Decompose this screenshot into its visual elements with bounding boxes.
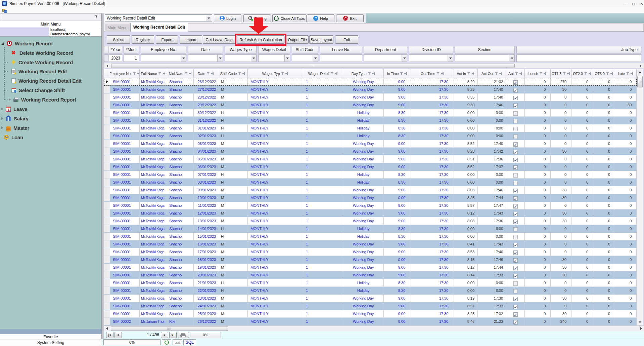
sidebar-item-working-record[interactable]: Working Record <box>1 40 53 47</box>
row-selector[interactable] <box>104 264 110 271</box>
row-selector[interactable] <box>104 179 110 186</box>
filter-funnel-icon[interactable] <box>206 72 210 75</box>
row-selector[interactable] <box>104 279 110 287</box>
filter-funnel-icon[interactable] <box>467 72 470 75</box>
chevron-down-icon[interactable] <box>181 55 186 62</box>
row-selector[interactable] <box>104 155 110 163</box>
tab-working-record-detail-edit[interactable]: Working Record Detail Edit <box>130 23 188 32</box>
row-selector[interactable] <box>104 101 110 109</box>
pin-icon[interactable] <box>589 72 592 75</box>
aut-checkbox[interactable] <box>513 251 518 255</box>
row-selector[interactable] <box>104 132 110 140</box>
aut-checkbox[interactable] <box>513 96 518 100</box>
sidebar-item-leave[interactable]: Leave <box>1 105 28 113</box>
action-button-register[interactable]: Register <box>132 35 154 44</box>
toolbar-button-help[interactable]: Help <box>307 14 334 22</box>
sidebar-item-favorite[interactable]: Favorite <box>0 334 101 340</box>
row-selector[interactable] <box>104 140 110 148</box>
filter-funnel-icon[interactable] <box>539 72 542 75</box>
aut-checkbox[interactable] <box>513 281 518 286</box>
grid-column-header-ot3.0[interactable]: OT3.0 <box>593 69 615 78</box>
table-row[interactable]: SIM-00001Mr.Toshiki KogaShacho26/12/2022… <box>104 78 637 86</box>
aut-checkbox[interactable] <box>513 119 518 123</box>
table-row[interactable]: SIM-00001Mr.Toshiki KogaShacho19/01/2023… <box>104 264 637 271</box>
table-row[interactable]: SIM-00001Mr.Toshiki KogaShacho31/12/2022… <box>104 117 637 124</box>
pin-icon[interactable] <box>189 72 192 75</box>
row-selector[interactable] <box>104 302 110 310</box>
row-selector[interactable] <box>104 318 110 325</box>
aut-checkbox[interactable] <box>513 274 518 278</box>
row-selector[interactable] <box>104 124 110 132</box>
row-selector[interactable] <box>104 256 110 264</box>
chevron-down-icon[interactable] <box>251 55 256 62</box>
grid-column-header-employee-no.[interactable]: Employee No. <box>110 69 140 78</box>
pin-icon[interactable] <box>211 72 214 75</box>
filter-combo-section[interactable] <box>455 54 515 62</box>
sql-button[interactable]: SQL <box>183 339 196 345</box>
grid-column-header-out-time[interactable]: Out Time <box>411 69 454 78</box>
table-row[interactable]: SIM-00001Mr.Toshiki KogaShacho07/01/2023… <box>104 171 637 179</box>
grid-column-header-ot1.5[interactable]: OT1.5 <box>551 69 571 78</box>
aut-checkbox[interactable] <box>513 289 518 294</box>
scroll-left-button[interactable] <box>105 64 110 68</box>
table-row[interactable]: SIM-00002Ms.Jaiwun ThonKiki26/12/2022MMO… <box>104 318 637 325</box>
toolbar-button-login[interactable]: Login <box>214 14 241 22</box>
pager-last-button[interactable]: >| <box>169 332 177 338</box>
grid-column-header-lunch[interactable]: Lunch <box>525 69 551 78</box>
sidebar-item-salary[interactable]: Salary <box>1 115 29 122</box>
filter-combo-date[interactable] <box>188 54 223 62</box>
scroll-right-button[interactable] <box>638 64 643 68</box>
row-selector[interactable] <box>104 295 110 302</box>
row-selector[interactable] <box>104 93 110 101</box>
row-selector[interactable] <box>104 86 110 93</box>
tab-main-menu[interactable]: Main Menu <box>105 24 130 32</box>
splitter[interactable] <box>101 13 104 346</box>
filter-combo-shift-code[interactable] <box>292 54 318 62</box>
aut-checkbox[interactable] <box>513 320 518 324</box>
table-row[interactable]: SIM-00001Mr.Toshiki KogaShacho30/12/2022… <box>104 109 637 117</box>
filter-funnel-icon[interactable] <box>281 72 284 75</box>
row-selector[interactable] <box>104 163 110 171</box>
toolbar-button-exit[interactable]: Exit <box>336 14 364 22</box>
aut-checkbox[interactable] <box>513 266 518 270</box>
filter-input-year[interactable]: 2023 <box>109 54 122 62</box>
pin-icon[interactable] <box>335 72 338 75</box>
filter-input-job-type[interactable] <box>516 54 641 62</box>
aut-checkbox[interactable] <box>513 142 518 147</box>
pin-icon[interactable] <box>631 72 634 75</box>
aut-checkbox[interactable] <box>513 104 518 108</box>
row-selector[interactable] <box>104 117 110 124</box>
table-row[interactable]: SIM-00001Mr.Toshiki KogaShacho02/01/2023… <box>104 132 637 140</box>
aut-checkbox[interactable] <box>513 312 518 317</box>
filter-horizontal-scrollbar[interactable] <box>104 63 644 68</box>
pin-icon[interactable] <box>610 72 613 75</box>
row-selector[interactable] <box>104 194 110 202</box>
filter-funnel-icon[interactable] <box>158 72 162 75</box>
table-row[interactable]: SIM-00001Mr.Toshiki KogaShacho05/01/2023… <box>104 155 637 163</box>
close-button[interactable]: ✕ <box>639 1 644 6</box>
filter-funnel-icon[interactable] <box>606 72 609 75</box>
chevron-down-icon[interactable] <box>313 55 318 62</box>
scroll-down-button[interactable] <box>637 320 643 324</box>
action-button-import[interactable]: Import <box>180 35 202 44</box>
aut-checkbox[interactable] <box>513 235 518 239</box>
aut-checkbox[interactable] <box>513 243 518 247</box>
table-row[interactable]: SIM-00001Mr.Toshiki KogaShacho08/01/2023… <box>104 179 637 186</box>
scroll-up-button[interactable] <box>637 70 643 75</box>
grid-column-header-act-out[interactable]: Act-Out <box>478 69 506 78</box>
pager-print-button[interactable] <box>178 332 189 338</box>
minimize-button[interactable]: – <box>623 1 628 6</box>
table-row[interactable]: SIM-00001Mr.Toshiki KogaShacho22/01/2023… <box>104 287 637 295</box>
pin-icon[interactable] <box>242 72 245 75</box>
filter-funnel-icon[interactable] <box>563 72 566 75</box>
row-selector[interactable] <box>104 233 110 240</box>
tree-expander-icon[interactable] <box>1 126 3 129</box>
grid-column-header-aut[interactable]: Aut <box>506 69 525 78</box>
filter-combo-wages-type[interactable] <box>225 54 257 62</box>
export-image-button[interactable] <box>173 339 182 345</box>
table-row[interactable]: SIM-00001Mr.Toshiki KogaShacho04/01/2023… <box>104 148 637 155</box>
grid-column-header-in-time[interactable]: In Time <box>384 69 411 78</box>
pin-icon[interactable] <box>285 72 288 75</box>
aut-checkbox[interactable] <box>513 173 518 178</box>
chevron-down-icon[interactable] <box>509 55 514 62</box>
